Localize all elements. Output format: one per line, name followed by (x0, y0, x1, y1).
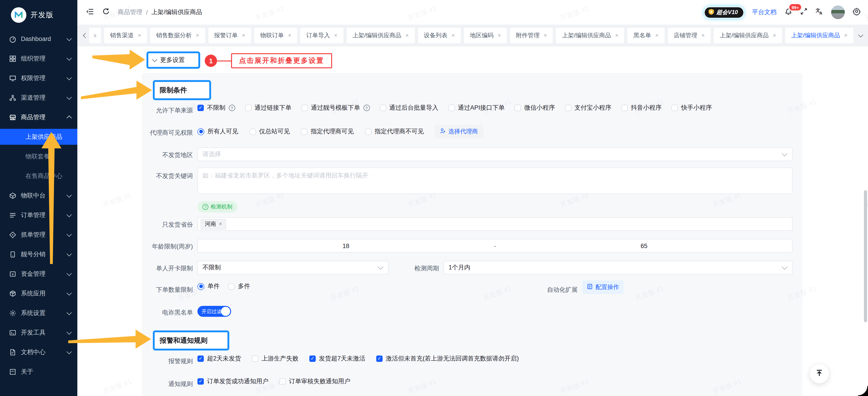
tabs-dropdown-button[interactable] (857, 34, 864, 37)
radio-icon[interactable] (197, 283, 204, 290)
close-icon[interactable]: × (844, 32, 847, 39)
sidebar-item-iot-platform[interactable]: 物联中台 (0, 186, 78, 205)
checkbox-wechat-mini[interactable]: 微信小程序 (515, 104, 555, 112)
checkbox-api-order[interactable]: 通过API接口下单 (448, 104, 505, 112)
tab-edit-supply-product-2[interactable]: 上架/编辑供应商品× (556, 28, 624, 43)
platform-docs-link[interactable]: 平台文档 (752, 8, 777, 17)
tab-sales-analysis[interactable]: 销售数据分析× (150, 28, 205, 43)
close-icon[interactable]: x (94, 32, 97, 39)
checkbox-icon[interactable] (380, 105, 386, 111)
sidebar-item-funds[interactable]: ¥ 资金管理 (0, 264, 78, 283)
radio-visible-all[interactable]: 所有人可见 (197, 127, 238, 135)
sidebar-item-order[interactable]: 订单管理 (0, 205, 78, 225)
radio-specified-visible[interactable]: 指定代理商可见 (301, 127, 354, 135)
close-icon[interactable]: × (334, 32, 338, 39)
checkbox-icon[interactable] (197, 105, 204, 111)
age-min-input[interactable] (198, 242, 494, 250)
checkbox-douyin-mini[interactable]: 抖音小程序 (621, 104, 662, 112)
avatar[interactable] (831, 5, 845, 19)
sidebar-item-listed-supply-products[interactable]: 上架供应商品 (0, 129, 78, 145)
radio-multi-item[interactable]: 多件 (228, 282, 250, 291)
checkbox-icon[interactable] (309, 356, 316, 362)
checkbox-icon[interactable] (197, 356, 204, 362)
help-icon[interactable]: ? (363, 105, 370, 111)
checkbox-upstream-fail[interactable]: 上游生产失败 (252, 355, 299, 363)
radio-specified-invisible[interactable]: 指定代理商不可见 (365, 127, 424, 135)
sidebar-item-grab-order[interactable]: 抓单管理 (0, 225, 78, 244)
close-icon[interactable]: × (544, 32, 547, 39)
checkbox-audit-fail-notify[interactable]: 订单审核失败通知用户 (279, 377, 350, 386)
checkbox-7days-not-activated[interactable]: 发货超7天未激活 (309, 355, 365, 363)
sidebar-item-number-distribution[interactable]: 靓号分销 (0, 244, 78, 264)
no-ship-keywords-textarea[interactable] (197, 167, 793, 194)
close-icon[interactable]: × (615, 32, 618, 39)
detection-mechanism-tag[interactable]: ? 检测机制 (197, 201, 238, 213)
sidebar-item-product[interactable]: 商品管理 (0, 108, 78, 127)
tab-attachment-management[interactable]: 附件管理× (510, 28, 553, 43)
close-icon[interactable]: × (773, 32, 776, 39)
close-icon[interactable]: × (219, 221, 222, 227)
close-icon[interactable]: × (655, 32, 659, 39)
checkbox-icon[interactable] (621, 105, 628, 111)
fraud-filter-toggle[interactable]: 开启过滤 (197, 306, 231, 317)
checkbox-no-limit[interactable]: 不限制? (197, 104, 235, 112)
close-icon[interactable]: × (242, 32, 245, 39)
sidebar-item-system-apps[interactable]: 系统应用 (0, 283, 78, 303)
sidebar-item-dev-tools[interactable]: 开发工具 (0, 323, 78, 342)
radio-hq-only[interactable]: 仅总站可见 (249, 127, 290, 135)
radio-single-item[interactable]: 单件 (197, 282, 220, 291)
close-icon[interactable]: × (452, 32, 455, 39)
checkbox-icon[interactable] (515, 105, 521, 111)
tab-iot-orders[interactable]: 物联订单× (254, 28, 297, 43)
back-to-top-button[interactable] (810, 364, 829, 383)
checkbox-template-order[interactable]: 通过靓号模板下单? (301, 104, 370, 112)
radio-icon[interactable] (301, 128, 308, 135)
select-agent-button[interactable]: 选择代理商 (435, 125, 483, 139)
translate-icon[interactable]: 文A (815, 7, 824, 17)
close-icon[interactable]: × (138, 32, 141, 39)
sidebar-item-org[interactable]: 组织管理 (0, 49, 78, 68)
sidebar-item-onsale-center[interactable]: 在售商品中心 (0, 166, 78, 186)
tab-sales-channel[interactable]: 销售渠道× (104, 28, 147, 43)
checkbox-icon[interactable] (376, 356, 382, 362)
close-icon[interactable]: × (288, 32, 291, 39)
checkbox-icon[interactable] (672, 105, 678, 111)
age-max-input[interactable] (496, 242, 792, 250)
configure-actions-button[interactable]: 配置操作 (582, 280, 624, 294)
sidebar-item-iot-package[interactable]: 物联套餐 (0, 147, 78, 166)
sidebar-item-channel[interactable]: 渠道管理 (0, 88, 78, 108)
sidebar-item-about[interactable]: 关于 (0, 362, 78, 382)
more-settings-toggle[interactable]: 更多设置 (147, 52, 200, 69)
checkbox-icon[interactable] (301, 105, 308, 111)
settings-gear-icon[interactable] (852, 7, 861, 17)
checkbox-link-order[interactable]: 通过链接下单 (245, 104, 291, 112)
checkbox-activated-no-recharge[interactable]: 激活但未首充(若上游无法回调首充数据请勿开启) (376, 355, 519, 363)
close-icon[interactable]: × (196, 32, 199, 39)
tab-blacklist[interactable]: 黑名单× (627, 28, 665, 43)
vertical-scrollbar[interactable] (864, 190, 867, 322)
tab-region-code[interactable]: 地区编码× (464, 28, 507, 43)
close-icon[interactable]: × (498, 32, 501, 39)
radio-icon[interactable] (228, 283, 235, 290)
close-icon[interactable]: × (701, 32, 705, 39)
radio-icon[interactable] (197, 128, 204, 135)
radio-icon[interactable] (249, 128, 256, 135)
checkbox-batch-import[interactable]: 通过后台批量导入 (380, 104, 438, 112)
ship-province-input[interactable]: 河南× (197, 217, 793, 231)
notifications-button[interactable]: 99+ (784, 7, 793, 17)
sidebar-item-system-settings[interactable]: 系统设置 (0, 303, 78, 323)
clipped-tab[interactable]: x (89, 28, 101, 43)
breadcrumb-parent[interactable]: 商品管理 (118, 8, 143, 17)
check-cycle-select[interactable]: 1个月内 (443, 261, 793, 274)
tab-edit-supply-product-3[interactable]: 上架/编辑供应商品× (714, 28, 782, 43)
vip-badge[interactable]: 超会V10 (704, 6, 744, 19)
tab-edit-supply-product-active[interactable]: 上架/编辑供应商品× (785, 28, 854, 43)
checkbox-icon[interactable] (279, 378, 286, 385)
tab-order-import[interactable]: 订单导入× (301, 28, 343, 43)
sidebar-item-docs-center[interactable]: 文档中心 (0, 342, 78, 362)
checkbox-alipay-mini[interactable]: 支付宝小程序 (565, 104, 612, 112)
help-icon[interactable]: ? (228, 105, 235, 111)
checkbox-kuaishou-mini[interactable]: 快手小程序 (672, 104, 712, 112)
checkbox-ship-success-notify[interactable]: 订单发货成功通知用户 (197, 377, 269, 386)
checkbox-icon[interactable] (245, 105, 251, 111)
